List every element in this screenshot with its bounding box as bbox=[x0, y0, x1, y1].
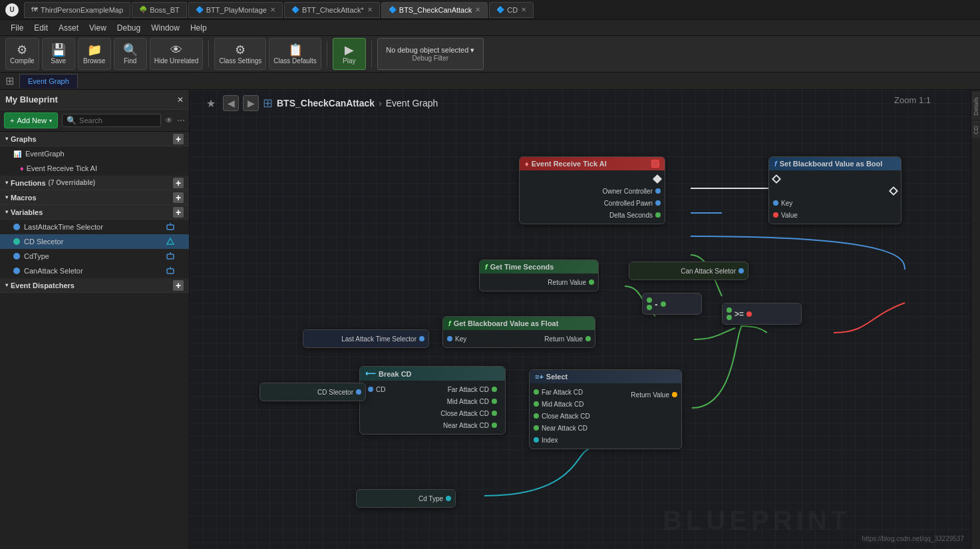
menubar: File Edit Asset View Debug Window Help bbox=[0, 20, 980, 36]
graphs-section-header[interactable]: ▾ Graphs + bbox=[0, 132, 189, 146]
watermark-text: BLUEPRINT bbox=[663, 506, 851, 536]
event-dispatchers-header[interactable]: ▾ Event Dispatchers + bbox=[0, 278, 189, 293]
panel-item-event-tick[interactable]: ♦ Event Receive Tick AI bbox=[0, 161, 189, 176]
menu-edit[interactable]: Edit bbox=[29, 20, 53, 36]
add-new-button[interactable]: + Add New ▾ bbox=[4, 112, 58, 128]
search-input[interactable] bbox=[79, 116, 156, 124]
toolbar: ⚙ Compile 💾 Save 📁 Browse 🔍 Find 👁 Hide … bbox=[0, 36, 980, 73]
break-cd-content: CD Far Attack CD Mid Attack CD bbox=[360, 383, 505, 431]
node-event-tick[interactable]: ♦ Event Receive Tick AI Owner Controller… bbox=[519, 156, 665, 224]
sub-out bbox=[661, 301, 666, 307]
right-panel: Details CD bbox=[971, 90, 980, 549]
panel-item-lastattacktime[interactable]: LastAttackTime Selector bbox=[0, 220, 189, 234]
close-tab-3[interactable]: ✕ bbox=[475, 6, 480, 13]
save-button[interactable]: 💾 Save bbox=[42, 38, 75, 70]
menu-asset[interactable]: Asset bbox=[53, 20, 84, 36]
class-settings-button[interactable]: ⚙ Class Settings bbox=[214, 38, 266, 70]
node-get-time-title: Get Time Seconds bbox=[490, 263, 554, 271]
back-button[interactable]: ◀ bbox=[223, 95, 239, 111]
find-button[interactable]: 🔍 Find bbox=[114, 38, 147, 70]
node-gte[interactable]: >= bbox=[722, 303, 802, 325]
my-blueprint-title: My Blueprint bbox=[5, 94, 58, 104]
pin-mid-attack: Mid Attack CD bbox=[434, 395, 501, 407]
class-defaults-icon: 📋 bbox=[288, 44, 303, 56]
node-break-cd[interactable]: ⟵ Break CD CD Far Attack CD bbox=[359, 366, 506, 435]
forward-button[interactable]: ▶ bbox=[243, 95, 259, 111]
value-pin-setbb bbox=[773, 212, 778, 218]
add-variable-button[interactable]: + bbox=[173, 207, 184, 218]
pin-cd-slecetor-out: CD Slecetor bbox=[260, 386, 365, 398]
plus-icon: + bbox=[10, 116, 14, 124]
panel-item-cdtype[interactable]: CdType bbox=[0, 249, 189, 264]
panel-item-cdslecetor[interactable]: CD Slecetor bbox=[0, 234, 189, 249]
breadcrumb-bp-icon: ⊞ bbox=[263, 96, 273, 110]
close-tab-4[interactable]: ✕ bbox=[521, 6, 526, 13]
details-tab[interactable]: Details bbox=[971, 92, 981, 120]
bb-float-output: Return Value bbox=[542, 335, 591, 343]
compile-button[interactable]: ⚙ Compile bbox=[5, 38, 39, 70]
exec-in-pin-setbb bbox=[772, 174, 781, 184]
close-tab-1[interactable]: ✕ bbox=[270, 6, 275, 13]
tab-thirdperson[interactable]: 🗺 ThirdPersonExampleMap bbox=[24, 2, 130, 18]
node-last-attack-selector[interactable]: Last Attack Time Selector bbox=[303, 329, 429, 348]
add-macro-button[interactable]: + bbox=[173, 192, 184, 203]
node-select[interactable]: ≡+ Select Far Attack CD Mid Attack CD bbox=[529, 369, 682, 449]
close-tab-2[interactable]: ✕ bbox=[367, 6, 373, 13]
gte-in-1 bbox=[727, 307, 732, 313]
node-get-time-header: f Get Time Seconds bbox=[480, 260, 598, 274]
home-button[interactable]: ★ bbox=[203, 95, 219, 111]
add-dispatcher-button[interactable]: + bbox=[173, 280, 184, 291]
node-can-attack[interactable]: Can Attack Seletor bbox=[629, 262, 748, 280]
debug-selector[interactable]: No debug object selected ▾ Debug Filter bbox=[377, 38, 484, 70]
node-get-time[interactable]: f Get Time Seconds Return Value bbox=[479, 260, 599, 291]
class-defaults-button[interactable]: 📋 Class Defaults bbox=[269, 38, 321, 70]
pin-far-attack: Far Attack CD bbox=[434, 383, 501, 395]
panel-item-canattack[interactable]: CanAttack Seletor bbox=[0, 264, 189, 278]
macros-section-header[interactable]: ▾ Macros + bbox=[0, 190, 189, 205]
tab-btt-checkattack[interactable]: 🔷 BTT_CheckAttack* ✕ bbox=[284, 2, 380, 18]
variables-section-header[interactable]: ▾ Variables + bbox=[0, 205, 189, 220]
menu-debug[interactable]: Debug bbox=[112, 20, 146, 36]
tab-boss-bt[interactable]: 🌳 Boss_BT bbox=[132, 2, 187, 18]
menu-window[interactable]: Window bbox=[146, 20, 185, 36]
select-inputs: Far Attack CD Mid Attack CD Close Attack… bbox=[530, 386, 597, 446]
toolbar-divider-1 bbox=[208, 41, 209, 67]
select-outputs: Return Value bbox=[624, 386, 681, 446]
mid-in-pin bbox=[534, 401, 539, 407]
tab-event-graph[interactable]: Event Graph bbox=[19, 74, 78, 89]
browse-button[interactable]: 📁 Browse bbox=[78, 38, 111, 70]
panel-item-eventgraph[interactable]: 📊 EventGraph bbox=[0, 146, 189, 161]
play-button[interactable]: ▶ Play bbox=[333, 38, 366, 70]
menu-file[interactable]: File bbox=[5, 20, 29, 36]
tab-btt-playmontage[interactable]: 🔷 BTT_PlayMontage ✕ bbox=[188, 2, 283, 18]
add-graph-button[interactable]: + bbox=[173, 134, 184, 144]
menu-help[interactable]: Help bbox=[185, 20, 212, 36]
event-tick-close-indicator bbox=[651, 160, 659, 168]
close-left-panel-icon[interactable]: ✕ bbox=[177, 95, 184, 104]
menu-view[interactable]: View bbox=[84, 20, 112, 36]
hide-unrelated-button[interactable]: 👁 Hide Unrelated bbox=[150, 38, 204, 70]
search-eye-icon[interactable]: 👁 bbox=[165, 116, 173, 125]
cd-tab[interactable]: CD bbox=[971, 121, 981, 138]
tab-bts-checkcanattack[interactable]: 🔷 BTS_CheckCanAttack ✕ bbox=[381, 2, 488, 18]
graph-tabs-icon: ⊞ bbox=[5, 75, 14, 87]
node-get-bb-float[interactable]: f Get Blackboard Value as Float Key Retu… bbox=[442, 316, 595, 348]
gte-inputs bbox=[727, 307, 732, 320]
search-options-icon[interactable]: ⋯ bbox=[177, 116, 185, 125]
pin-return-time: Return Value bbox=[480, 276, 598, 288]
get-bb-float-f-icon: f bbox=[448, 319, 451, 327]
node-cd-slecetor[interactable]: CD Slecetor bbox=[259, 383, 366, 401]
functions-arrow-icon: ▾ bbox=[5, 180, 8, 186]
functions-section-header[interactable]: ▾ Functions (7 Overridable) + bbox=[0, 176, 189, 190]
node-subtract[interactable]: - bbox=[642, 293, 702, 315]
variables-arrow-icon: ▾ bbox=[5, 209, 8, 215]
node-set-blackboard-bool[interactable]: f Set Blackboard Value as Bool Key Value bbox=[768, 156, 901, 224]
node-cd-type[interactable]: Cd Type bbox=[356, 489, 456, 508]
node-get-bb-float-header: f Get Blackboard Value as Float bbox=[443, 317, 595, 330]
pin-exec-out bbox=[520, 173, 665, 185]
graph-canvas[interactable]: ★ ◀ ▶ ⊞ BTS_CheckCanAttack › Event Graph… bbox=[190, 90, 971, 549]
add-function-button[interactable]: + bbox=[173, 178, 184, 188]
event-diamond-icon: ♦ bbox=[525, 160, 529, 168]
tab-cd[interactable]: 🔷 CD ✕ bbox=[489, 2, 534, 18]
node-break-cd-title: Break CD bbox=[379, 370, 412, 378]
